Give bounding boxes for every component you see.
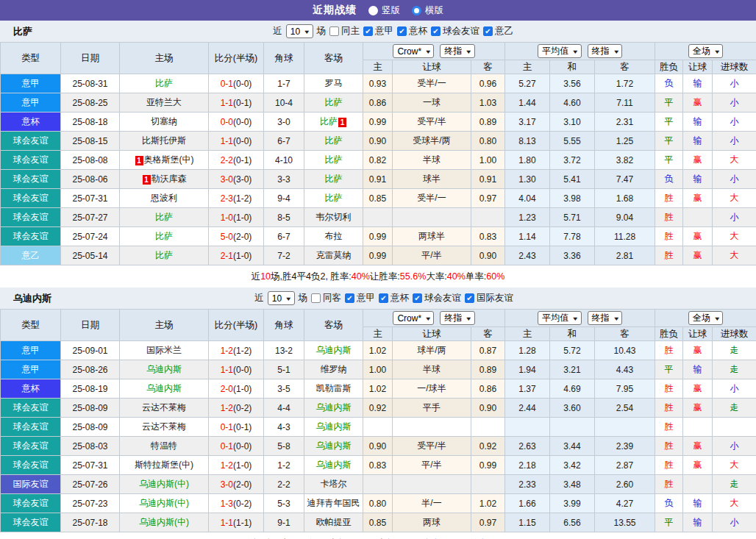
avg-away: 7.47 [595,170,655,189]
handicap-line: 球半 [393,170,471,189]
odds-select-1[interactable]: Crow*▾ [393,311,434,325]
avg-draw: 3.10 [550,113,595,132]
league-filter-1-2[interactable]: ✔意杯 [397,25,427,38]
same-venue-checkbox[interactable]: 同主 [329,25,360,38]
result-handicap: 赢 [683,246,713,265]
odds-away: 0.86 [471,379,505,399]
average-select-1[interactable]: 平均值▾ [538,311,581,325]
average-select-1[interactable]: 平均值▾ [538,44,581,58]
match-date: 25-08-09 [61,418,120,437]
home-team-cell: 乌迪内斯(中) [120,475,209,494]
odds-away: 0.83 [471,227,505,246]
result-outcome: 平 [655,151,683,170]
match-count-select[interactable]: 10▾ [268,291,295,305]
avg-draw: 3.99 [550,494,595,513]
odds-away: 0.90 [471,399,505,418]
match-type-badge: 意甲 [1,360,61,379]
checkbox-icon: ✔ [345,293,354,303]
column-header: 比分(半场) [209,43,264,74]
checkbox-icon: ✔ [363,26,373,36]
away-team-cell: 比萨 [304,151,363,170]
match-score: 2-0(1-0) [209,379,264,399]
average-select-2[interactable]: 终指▾ [588,44,622,58]
result-goals: 小 [713,379,756,399]
odds-away [471,418,505,437]
result-group-header: 全场▾ [655,310,756,327]
odds-select-1[interactable]: Crow*▾ [393,44,434,58]
fulltime-score: 5-0 [221,232,233,242]
result-goals: 小 [713,170,756,189]
odds-select-2[interactable]: 终指▾ [440,311,474,325]
layout-radio-vertical[interactable]: 竖版 [368,4,400,17]
result-outcome: 负 [655,170,683,189]
column-header: 角球 [264,310,304,341]
column-subheader: 胜负 [655,327,683,341]
column-subheader: 进球数 [713,60,756,74]
avg-home: 2.44 [505,399,550,418]
match-row: 国际友谊25-07-26乌迪内斯(中)3-0(2-0)2-2卡塔尔2.333.4… [1,475,756,494]
result-handicap: 赢 [683,456,713,475]
odds-select-2[interactable]: 终指▾ [440,44,474,58]
away-team-cell: 布拉 [304,227,363,246]
halftime-score: (0-1) [233,98,252,108]
result-goals: 小 [713,132,756,151]
layout-radio-horizontal[interactable]: 横版 [412,4,443,17]
column-subheader: 让球 [683,327,713,341]
same-venue-checkbox[interactable]: 同客 [311,292,341,304]
average-select-2[interactable]: 终指▾ [588,311,622,325]
corner-count: 3-0 [264,113,304,132]
league-filter-1-4[interactable]: ✔意乙 [483,25,513,38]
chevron-down-icon: ▾ [304,28,309,35]
chevron-down-icon: ▾ [614,315,618,322]
result-outcome: 平 [655,113,683,132]
result-goals: 走 [713,360,756,379]
league-filter-1-1[interactable]: ✔意甲 [363,25,393,38]
column-subheader: 客 [471,60,505,74]
odds-home: 0.90 [363,437,393,456]
home-team: 云达不莱梅 [142,402,186,413]
radio-label: 竖版 [382,4,400,17]
home-team: 乌迪内斯 [146,383,182,393]
select-value: 平均值 [542,45,568,57]
fulltime-score: 2-3 [221,193,233,204]
league-filter-2-4[interactable]: ✔国际友谊 [465,292,513,304]
match-score: 0-1(0-0) [209,437,264,456]
odds-home: 0.90 [363,132,393,151]
league-filter-1-3[interactable]: ✔球会友谊 [431,25,479,38]
column-header: 客场 [304,43,363,74]
checkbox-icon: ✔ [379,293,388,303]
match-row: 球会友谊25-07-31斯特拉斯堡(中)1-2(1-0)1-2乌迪内斯0.83平… [1,456,756,475]
result-handicap: 赢 [683,93,713,113]
odds-away: 0.92 [471,437,505,456]
odds-home: 0.99 [363,227,393,246]
chevron-down-icon: ▾ [715,48,719,55]
match-score: 2-1(1-0) [209,246,264,265]
match-count-select[interactable]: 10▾ [286,24,313,38]
checkbox-label: 同主 [341,25,360,38]
match-row: 意甲25-08-31比萨0-1(0-0)1-7罗马0.93受半/一0.965.2… [1,74,756,93]
league-filter-2-2[interactable]: ✔意杯 [379,292,409,304]
team-name: 乌迪内斯 [13,292,51,305]
avg-home: 2.33 [505,475,550,494]
result-outcome: 胜 [655,475,683,494]
corner-count: 1-7 [264,74,304,93]
avg-away: 2.87 [595,456,655,475]
odds-home: 0.83 [363,456,393,475]
match-row: 意杯25-08-18切塞纳0-0(0-0)3-0比萨10.99受平/半0.893… [1,113,756,132]
away-team-cell: 迪拜青年国民 [304,494,363,513]
halftime-score: (0-2) [233,403,252,413]
away-team-cell: 比萨 [304,93,363,113]
result-handicap: 赢 [683,189,713,208]
result-select-1[interactable]: 全场▾ [688,44,723,58]
league-filter-2-1[interactable]: ✔意甲 [345,292,375,304]
filter-suffix-label: 场 [299,292,308,304]
away-team-cell: 乌迪内斯 [304,341,363,360]
league-filter-2-3[interactable]: ✔球会友谊 [413,292,461,304]
home-team-cell: 国际米兰 [120,341,209,360]
avg-draw: 4.60 [550,93,595,113]
match-score: 3-0(3-0) [209,170,264,189]
home-team-cell: 特温特 [120,437,209,456]
result-select-1[interactable]: 全场▾ [688,311,723,325]
result-outcome: 胜 [655,399,683,418]
away-team-cell: 比萨 [304,170,363,189]
